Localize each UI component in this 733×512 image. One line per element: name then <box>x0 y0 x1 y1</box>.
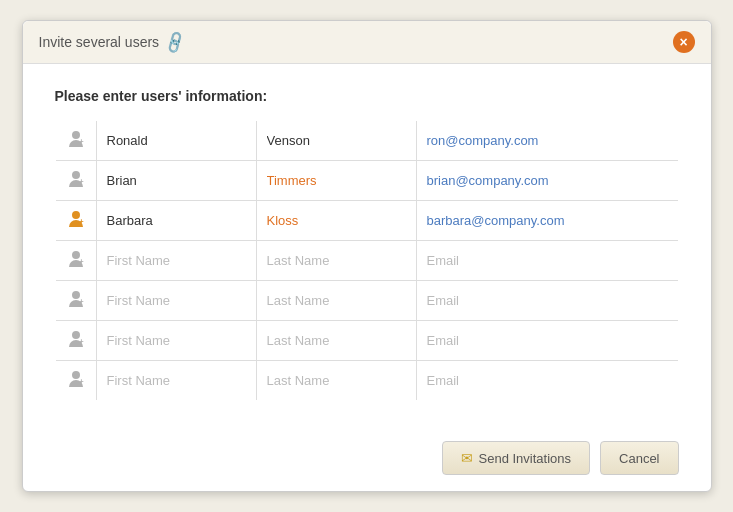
table-row: + <box>55 121 678 161</box>
last-name-cell[interactable] <box>256 201 416 241</box>
email-input[interactable] <box>427 133 668 148</box>
last-name-cell[interactable] <box>256 281 416 321</box>
table-row: + <box>55 161 678 201</box>
first-name-cell[interactable] <box>96 361 256 401</box>
svg-text:+: + <box>79 137 84 146</box>
send-icon: ✉ <box>461 450 473 466</box>
dialog-title: Invite several users 🔗 <box>39 33 186 52</box>
cancel-button[interactable]: Cancel <box>600 441 678 475</box>
first-name-cell[interactable] <box>96 281 256 321</box>
first-name-cell[interactable] <box>96 121 256 161</box>
email-input[interactable] <box>427 373 668 388</box>
user-add-icon: + <box>66 129 86 149</box>
table-row: + <box>55 201 678 241</box>
last-name-input[interactable] <box>267 213 406 228</box>
first-name-input[interactable] <box>107 333 246 348</box>
invite-dialog: Invite several users 🔗 × Please enter us… <box>22 20 712 492</box>
user-add-icon: + <box>66 249 86 269</box>
svg-text:+: + <box>79 257 84 266</box>
send-button-label: Send Invitations <box>479 451 572 466</box>
first-name-cell[interactable] <box>96 201 256 241</box>
user-add-icon: + <box>66 209 86 229</box>
last-name-input[interactable] <box>267 173 406 188</box>
email-cell[interactable] <box>416 121 678 161</box>
last-name-input[interactable] <box>267 373 406 388</box>
user-table: + + + + + + + <box>55 120 679 401</box>
first-name-input[interactable] <box>107 133 246 148</box>
user-add-icon: + <box>66 289 86 309</box>
last-name-cell[interactable] <box>256 161 416 201</box>
link-icon: 🔗 <box>162 29 189 55</box>
user-icon-cell: + <box>55 321 96 361</box>
section-title: Please enter users' information: <box>55 88 679 104</box>
first-name-input[interactable] <box>107 173 246 188</box>
last-name-cell[interactable] <box>256 361 416 401</box>
email-input[interactable] <box>427 333 668 348</box>
email-cell[interactable] <box>416 321 678 361</box>
last-name-input[interactable] <box>267 253 406 268</box>
email-cell[interactable] <box>416 161 678 201</box>
user-add-icon: + <box>66 329 86 349</box>
first-name-input[interactable] <box>107 213 246 228</box>
first-name-input[interactable] <box>107 253 246 268</box>
svg-text:+: + <box>79 337 84 346</box>
email-cell[interactable] <box>416 281 678 321</box>
user-add-icon: + <box>66 369 86 389</box>
last-name-input[interactable] <box>267 133 406 148</box>
email-input[interactable] <box>427 173 668 188</box>
first-name-cell[interactable] <box>96 161 256 201</box>
send-invitations-button[interactable]: ✉ Send Invitations <box>442 441 591 475</box>
user-icon-cell: + <box>55 241 96 281</box>
email-cell[interactable] <box>416 201 678 241</box>
table-row: + <box>55 321 678 361</box>
first-name-input[interactable] <box>107 293 246 308</box>
last-name-input[interactable] <box>267 293 406 308</box>
email-input[interactable] <box>427 253 668 268</box>
last-name-input[interactable] <box>267 333 406 348</box>
close-button[interactable]: × <box>673 31 695 53</box>
user-icon-cell: + <box>55 201 96 241</box>
user-icon-cell: + <box>55 121 96 161</box>
dialog-title-text: Invite several users <box>39 34 160 50</box>
email-input[interactable] <box>427 293 668 308</box>
dialog-body: Please enter users' information: + + + +… <box>23 64 711 425</box>
last-name-cell[interactable] <box>256 321 416 361</box>
table-row: + <box>55 241 678 281</box>
user-icon-cell: + <box>55 361 96 401</box>
first-name-cell[interactable] <box>96 321 256 361</box>
svg-text:+: + <box>79 177 84 186</box>
table-row: + <box>55 281 678 321</box>
last-name-cell[interactable] <box>256 121 416 161</box>
svg-text:+: + <box>79 217 84 226</box>
svg-text:+: + <box>79 377 84 386</box>
email-input[interactable] <box>427 213 668 228</box>
dialog-footer: ✉ Send Invitations Cancel <box>23 425 711 491</box>
dialog-header: Invite several users 🔗 × <box>23 21 711 64</box>
table-row: + <box>55 361 678 401</box>
email-cell[interactable] <box>416 361 678 401</box>
svg-text:+: + <box>79 297 84 306</box>
first-name-input[interactable] <box>107 373 246 388</box>
first-name-cell[interactable] <box>96 241 256 281</box>
user-icon-cell: + <box>55 161 96 201</box>
last-name-cell[interactable] <box>256 241 416 281</box>
email-cell[interactable] <box>416 241 678 281</box>
user-icon-cell: + <box>55 281 96 321</box>
user-add-icon: + <box>66 169 86 189</box>
